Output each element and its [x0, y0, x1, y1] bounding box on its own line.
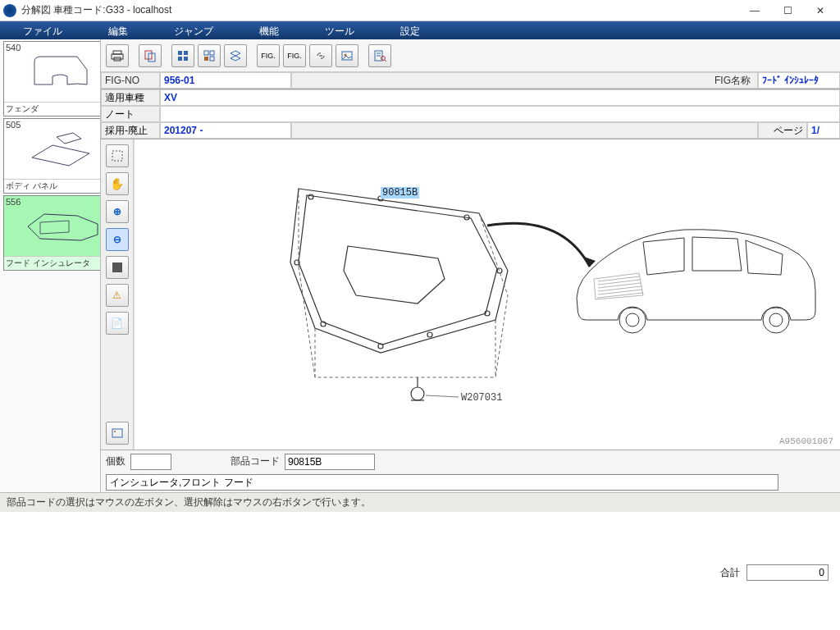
description-row: インシュレータ,フロント フード	[101, 472, 840, 492]
info-row-note: ノート	[101, 106, 840, 122]
grid-button-1[interactable]	[171, 44, 194, 67]
zoom-in-tool[interactable]: ⊕	[106, 200, 129, 223]
menu-file[interactable]: ファイル	[0, 21, 85, 39]
w-code-label: W207031	[461, 392, 502, 404]
view-row: ✋ ⊕ ⊖ ⚠ 📄	[101, 139, 840, 450]
svg-rect-20	[112, 151, 122, 161]
footer-total: 合計	[720, 564, 829, 581]
svg-point-37	[763, 307, 789, 333]
drawing-number: A956001067	[779, 436, 833, 446]
diagram-canvas[interactable]: 90815B W207031 A956001067	[134, 139, 840, 450]
note-value	[160, 106, 840, 122]
content-area: 540 フェンダ 505 ボディ パネル 556 フード インシュレータ	[0, 39, 840, 492]
info-row-adopt: 採用-廃止 201207 - ページ 1/	[101, 122, 840, 139]
svg-point-23	[114, 431, 116, 432]
app-logo-icon	[3, 4, 16, 17]
qty-input[interactable]	[130, 454, 171, 470]
adopt-label: 採用-廃止	[101, 122, 160, 139]
total-label: 合計	[720, 566, 740, 580]
menu-jump[interactable]: ジャンプ	[151, 21, 236, 39]
svg-point-30	[378, 344, 383, 349]
zoom-out-tool[interactable]: ⊖	[106, 228, 129, 251]
svg-rect-6	[184, 51, 188, 55]
svg-point-33	[411, 387, 424, 400]
svg-point-38	[769, 313, 783, 326]
svg-point-27	[497, 268, 502, 273]
menu-bar: ファイル 編集 ジャンプ 機能 ツール 設定	[0, 21, 840, 39]
svg-line-34	[426, 395, 459, 397]
menu-tool[interactable]: ツール	[302, 21, 377, 39]
svg-point-24	[308, 194, 313, 199]
partcode-label: 部品コード	[231, 454, 280, 468]
layers-button[interactable]	[224, 44, 247, 67]
page-label: ページ	[758, 122, 807, 139]
svg-rect-5	[178, 51, 182, 55]
adopt-value: 201207 -	[160, 122, 291, 139]
search-list-button[interactable]	[368, 44, 391, 67]
maximize-button[interactable]: ☐	[771, 1, 804, 21]
svg-rect-12	[210, 57, 214, 61]
partcode-input[interactable]	[285, 454, 375, 470]
hint-text: 部品コードの選択はマウスの左ボタン、選択解除はマウスの右ボタンで行います。	[7, 495, 371, 509]
info-row-model: 適用車種 XV	[101, 89, 840, 106]
figname-value: ﾌｰﾄﾞ ｲﾝｼｭﾚｰﾀ	[758, 72, 840, 89]
note-label: ノート	[101, 106, 160, 122]
model-value: XV	[160, 89, 840, 106]
select-tool[interactable]	[106, 144, 129, 167]
grid-button-2[interactable]	[198, 44, 221, 67]
window-buttons: — ☐ ✕	[738, 1, 837, 21]
svg-point-36	[626, 313, 639, 326]
figno-label: FIG-NO	[101, 72, 160, 89]
description-text: インシュレータ,フロント フード	[110, 476, 253, 490]
main-panel: FIG. FIG. FIG-NO 956-01 FIG名称 ﾌｰﾄﾞ ｲﾝｼｭﾚ…	[101, 39, 840, 492]
thumb-number: 505	[6, 120, 21, 130]
thumb-number: 556	[6, 197, 21, 207]
svg-rect-8	[184, 57, 188, 61]
warning-tool[interactable]: ⚠	[106, 284, 129, 307]
svg-rect-21	[112, 262, 122, 272]
pan-tool[interactable]: ✋	[106, 172, 129, 195]
total-input[interactable]	[746, 564, 829, 581]
menu-edit[interactable]: 編集	[85, 21, 151, 39]
hint-row: 部品コードの選択はマウスの左ボタン、選択解除はマウスの右ボタンで行います。	[0, 492, 840, 512]
svg-line-44	[597, 293, 643, 298]
svg-point-18	[381, 56, 386, 60]
note-tool[interactable]: 📄	[106, 312, 129, 335]
thumb-caption: フード インシュレータ	[4, 256, 101, 270]
title-bar: 分解図 車種コード:G33 - localhost — ☐ ✕	[0, 0, 840, 21]
figname-label: FIG名称	[291, 72, 758, 89]
description-box: インシュレータ,フロント フード	[106, 474, 778, 491]
thumb-caption: フェンダ	[4, 102, 101, 116]
qty-label: 個数	[106, 454, 126, 468]
svg-point-29	[427, 332, 432, 337]
fig-next-button[interactable]: FIG.	[283, 44, 306, 67]
thumbnail-540[interactable]: 540 フェンダ	[3, 41, 101, 116]
fit-tool[interactable]	[106, 256, 129, 279]
thumbnail-505[interactable]: 505 ボディ パネル	[3, 118, 101, 194]
image-button[interactable]	[336, 44, 358, 67]
info-tool[interactable]	[106, 422, 129, 445]
svg-rect-0	[113, 51, 121, 54]
window-title: 分解図 車種コード:G33 - localhost	[21, 3, 738, 17]
part-code-label[interactable]: 90815B	[381, 187, 419, 199]
close-button[interactable]: ✕	[804, 1, 837, 21]
print-button[interactable]	[106, 44, 129, 67]
minimize-button[interactable]: —	[738, 1, 771, 21]
svg-rect-9	[204, 51, 208, 55]
side-toolbar: ✋ ⊕ ⊖ ⚠ 📄	[101, 139, 134, 450]
menu-settings[interactable]: 設定	[377, 21, 443, 39]
page-value: 1/	[807, 122, 840, 139]
svg-rect-22	[112, 429, 122, 437]
thumbnail-556[interactable]: 556 フード インシュレータ	[3, 195, 101, 271]
link-button[interactable]	[309, 44, 332, 67]
info-grid: FIG-NO 956-01 FIG名称 ﾌｰﾄﾞ ｲﾝｼｭﾚｰﾀ	[101, 72, 840, 89]
top-toolbar: FIG. FIG.	[101, 39, 840, 72]
menu-function[interactable]: 機能	[236, 21, 302, 39]
fig-prev-button[interactable]: FIG.	[257, 44, 280, 67]
copy-button[interactable]	[139, 44, 162, 67]
model-label: 適用車種	[101, 89, 160, 106]
svg-line-19	[385, 60, 386, 62]
bottom-bar: 個数 部品コード	[101, 450, 840, 472]
thumb-caption: ボディ パネル	[4, 179, 101, 193]
svg-rect-10	[210, 51, 214, 55]
